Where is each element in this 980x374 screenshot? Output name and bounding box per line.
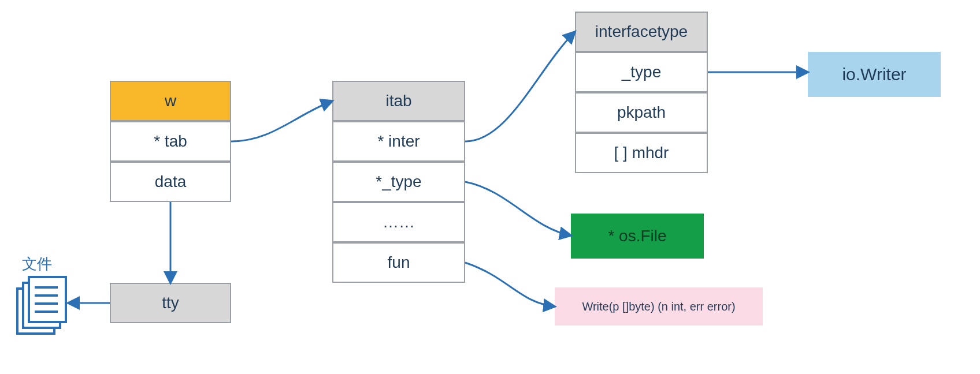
tty-box: tty (110, 283, 231, 323)
file-icon (16, 276, 68, 334)
arrow-inter-to-interfacetype (465, 32, 575, 141)
itab-field-type: *_type (332, 162, 465, 202)
io-writer-box: io.Writer (808, 52, 941, 97)
arrow-type-to-osfile (465, 182, 571, 235)
arrow-tab-to-itab (231, 101, 332, 141)
w-header: w (110, 81, 231, 121)
interfacetype-field-mhdr: [ ] mhdr (575, 133, 708, 173)
itab-field-more: …… (332, 202, 465, 242)
interfacetype-field-pkpath: pkpath (575, 92, 708, 133)
diagram-stage: 文件 w * tab data tty itab * inter *_type … (0, 0, 980, 374)
itab-header: itab (332, 81, 465, 121)
w-field-tab: * tab (110, 121, 231, 162)
os-file-box: * os.File (571, 214, 704, 259)
interfacetype-header: interfacetype (575, 12, 708, 52)
file-label: 文件 (22, 254, 52, 274)
interfacetype-field-type: _type (575, 52, 708, 92)
w-field-data: data (110, 162, 231, 202)
write-signature-box: Write(p []byte) (n int, err error) (555, 287, 763, 326)
itab-field-inter: * inter (332, 121, 465, 162)
arrow-fun-to-write (465, 263, 555, 306)
itab-field-fun: fun (332, 242, 465, 283)
